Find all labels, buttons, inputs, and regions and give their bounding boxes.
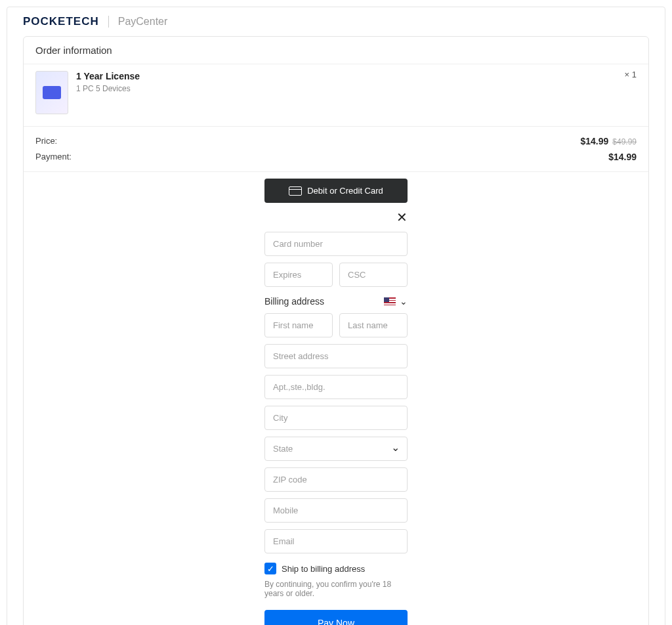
street-input[interactable] (264, 344, 408, 368)
flag-icon (384, 297, 396, 305)
checkout-area: Debit or Credit Card ✕ Billing address (24, 171, 648, 625)
brand-logo: POCKETECH (23, 15, 99, 28)
city-input[interactable] (264, 406, 408, 430)
last-name-input[interactable] (339, 313, 408, 337)
payment-label: Payment: (35, 152, 72, 162)
price-label: Price: (35, 136, 57, 146)
order-item-row: 1 Year License 1 PC 5 Devices × 1 (24, 64, 648, 126)
apt-input[interactable] (264, 375, 408, 399)
expires-input[interactable] (264, 263, 333, 287)
close-icon[interactable]: ✕ (396, 209, 408, 225)
zip-input[interactable] (264, 467, 408, 492)
price-section: Price: $14.99 $49.99 Payment: $14.99 (24, 126, 648, 171)
age-notice: By continuing, you confirm you're 18 yea… (264, 580, 408, 598)
sub-brand: PayCenter (118, 16, 168, 28)
country-selector[interactable]: ⌄ (384, 296, 408, 307)
product-thumbnail (35, 71, 68, 114)
ship-to-billing-checkbox[interactable]: ✓ (264, 563, 276, 574)
current-price: $14.99 (580, 136, 608, 146)
order-card: Order information 1 Year License 1 PC 5 … (23, 36, 649, 625)
first-name-input[interactable] (264, 313, 333, 337)
chevron-down-icon: ⌄ (400, 296, 408, 307)
card-icon (289, 186, 302, 196)
product-title: 1 Year License (76, 71, 140, 81)
billing-heading: Billing address (264, 296, 324, 307)
debit-credit-label: Debit or Credit Card (307, 186, 383, 196)
page-container: POCKETECH PayCenter Order information 1 … (7, 7, 665, 625)
product-quantity: × 1 (625, 70, 637, 79)
mobile-input[interactable] (264, 498, 408, 523)
ship-to-billing-label: Ship to billing address (282, 564, 365, 574)
card-number-input[interactable] (264, 232, 408, 256)
order-heading: Order information (24, 37, 648, 64)
page-header: POCKETECH PayCenter (7, 7, 665, 36)
original-price: $49.99 (612, 137, 637, 146)
header-divider (108, 16, 109, 28)
email-input[interactable] (264, 529, 408, 553)
pay-now-button[interactable]: Pay Now (264, 610, 408, 625)
payment-total: $14.99 (608, 152, 637, 162)
product-subtitle: 1 PC 5 Devices (76, 84, 140, 93)
payment-form: Billing address ⌄ (264, 232, 408, 625)
csc-input[interactable] (339, 263, 408, 287)
state-select[interactable]: State (264, 437, 408, 461)
debit-credit-button[interactable]: Debit or Credit Card (264, 179, 408, 203)
